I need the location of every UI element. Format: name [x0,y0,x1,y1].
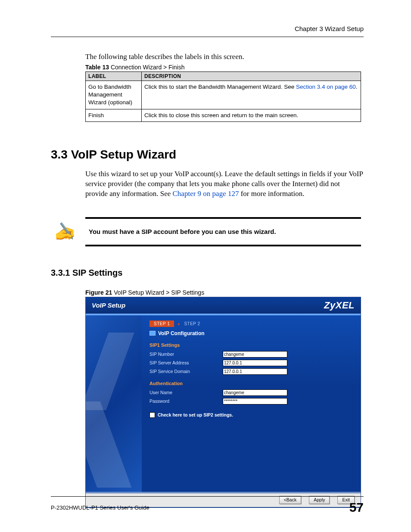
field-row: SIP Server Address [149,360,353,366]
field-row: User Name [149,389,353,396]
field-row: SIP Number [149,351,353,358]
figure-caption-rest: VoIP Setup Wizard > SIP Settings [112,289,204,296]
wizard-sidebar-graphic [86,315,142,492]
sip-domain-input[interactable] [223,368,287,375]
note-hand-icon: ✍ [54,223,76,240]
folder-icon [149,331,156,336]
sip2-checkbox-label: Check here to set up SIP2 settings. [158,412,233,417]
page-number: 57 [349,500,364,515]
note-text: You must have a SIP account before you c… [83,228,276,235]
username-input[interactable] [223,389,287,396]
step-2-inactive: STEP 2 [184,321,200,326]
body-paragraph: Use this wizard to set up your VoIP acco… [85,169,364,199]
cell-desc: Click this to start the Bandwidth Manage… [142,81,361,109]
section-sip1-settings: SIP1 Settings [149,342,353,348]
cross-ref-link[interactable]: Chapter 9 on page 127 [173,190,239,198]
section-authentication: Authentication [149,381,353,386]
th-label: LABEL [86,72,142,81]
step-1-active: STEP 1 [149,320,174,327]
page-footer: P-2302HWUDL-P1 Series User's Guide 57 [51,496,364,515]
wizard-header: VoIP Setup ZyXEL [86,297,361,314]
sip2-checkbox[interactable] [149,412,155,418]
cross-ref-link[interactable]: Section 3.4 on page 60 [296,84,356,90]
cell-label: Go to Bandwidth Management Wizard (optio… [86,81,142,109]
field-row: SIP Service Domain [149,368,353,375]
cell-desc: Click this to close this screen and retu… [142,109,361,121]
wizard-title: VoIP Setup [92,302,125,309]
screenshot-voip-wizard: VoIP Setup ZyXEL STEP 1 ▸ STEP 2 VoIP Co… [85,297,361,508]
section-heading-3-3: 3.3 VoIP Setup Wizard [51,148,364,162]
figure-caption: Figure 21 VoIP Setup Wizard > SIP Settin… [85,289,364,296]
password-input[interactable] [223,398,287,404]
chapter-header: Chapter 3 Wizard Setup [51,25,364,37]
table-caption: Table 13 Connection Wizard > Finish [85,64,364,71]
sip-number-label: SIP Number [149,352,223,357]
sip-server-label: SIP Server Address [149,360,223,365]
figure-caption-bold: Figure 21 [85,289,112,296]
sip-number-input[interactable] [223,351,287,358]
sip-server-input[interactable] [223,360,287,366]
field-row: Password [149,398,353,404]
sip2-checkbox-row: Check here to set up SIP2 settings. [149,412,353,418]
table-caption-rest: Connection Wizard > Finish [109,64,184,71]
table-caption-bold: Table 13 [85,64,109,71]
table-row: Go to Bandwidth Management Wizard (optio… [86,81,361,109]
password-label: Password [149,398,223,404]
footer-guide-title: P-2302HWUDL-P1 Series User's Guide [51,504,149,511]
th-description: DESCRIPTION [142,72,361,81]
table-header-row: LABEL DESCRIPTION [86,72,361,81]
step-indicator: STEP 1 ▸ STEP 2 [149,320,353,327]
chevron-right-icon: ▸ [178,321,180,326]
table-row: Finish Click this to close this screen a… [86,109,361,121]
intro-text: The following table describes the labels… [85,53,364,61]
username-label: User Name [149,390,223,395]
note-block: ✍ You must have a SIP account before you… [51,217,364,246]
brand-logo: ZyXEL [324,300,355,311]
section-heading-3-3-1: 3.3.1 SIP Settings [51,268,364,278]
labels-table: LABEL DESCRIPTION Go to Bandwidth Manage… [85,72,361,122]
config-title: VoIP Configuration [149,330,353,336]
sip-domain-label: SIP Service Domain [149,369,223,374]
wizard-main-panel: STEP 1 ▸ STEP 2 VoIP Configuration SIP1 … [142,315,361,492]
cell-label: Finish [86,109,142,121]
